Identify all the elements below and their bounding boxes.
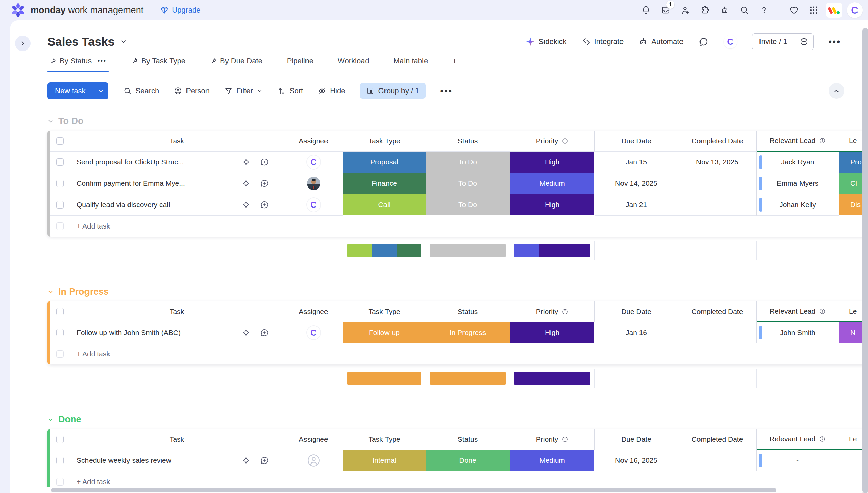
status-label[interactable]: To Do (426, 173, 510, 194)
automate-button[interactable]: Automate (638, 37, 683, 46)
add-task-row[interactable]: + Add task (50, 343, 868, 364)
add-task-label[interactable]: + Add task (70, 350, 110, 358)
add-update-bubble-icon[interactable] (260, 200, 269, 209)
column-header-priority[interactable]: Priority (510, 301, 595, 322)
due-date-cell[interactable]: Jan 15 (595, 152, 678, 173)
column-header-priority[interactable]: Priority (510, 131, 595, 152)
row-checkbox[interactable] (56, 180, 64, 187)
assignee-avatar-empty[interactable] (307, 454, 320, 467)
assignee-avatar-c[interactable]: C (307, 198, 320, 212)
info-icon[interactable] (561, 436, 568, 443)
sidekick-button[interactable]: Sidekick (525, 37, 567, 47)
column-header-due-date[interactable]: Due Date (595, 301, 678, 322)
group-title[interactable]: In Progress (47, 287, 868, 297)
status-label[interactable]: Done (426, 450, 510, 471)
board-title[interactable]: Sales Tasks (47, 35, 127, 48)
row-checkbox[interactable] (56, 457, 64, 464)
status-label[interactable]: To Do (426, 194, 510, 216)
priority-label[interactable]: High (510, 194, 595, 216)
board-menu-button[interactable]: ••• (829, 40, 841, 43)
group-by-button[interactable]: Group by / 1 (360, 83, 425, 99)
column-header-task[interactable]: Task (70, 301, 284, 322)
board-chat-button[interactable] (698, 37, 709, 47)
column-header-task-type[interactable]: Task Type (343, 131, 426, 152)
completed-date-cell[interactable] (678, 322, 757, 343)
ai-sparkle-icon[interactable] (242, 179, 251, 188)
completed-date-cell[interactable] (678, 194, 757, 216)
priority-label[interactable]: High (510, 322, 595, 343)
column-header-status[interactable]: Status (426, 429, 510, 450)
priority-label[interactable]: Medium (510, 173, 595, 194)
copy-board-link-button[interactable] (794, 34, 813, 50)
search-button[interactable]: Search (123, 86, 159, 95)
chevron-down-icon[interactable] (47, 417, 54, 423)
person-filter-button[interactable]: Person (174, 86, 210, 95)
priority-label[interactable]: Medium (510, 450, 595, 471)
add-task-row[interactable]: + Add task (50, 216, 868, 237)
task-name[interactable]: Schedule weekly sales review (70, 450, 226, 471)
select-all-checkbox[interactable] (56, 137, 64, 145)
tab-by-status[interactable]: By Status ••• (47, 57, 109, 72)
select-all-checkbox[interactable] (56, 308, 64, 315)
due-date-cell[interactable]: Nov 14, 2025 (595, 173, 678, 194)
vibe-heart-icon[interactable] (787, 3, 802, 18)
column-header-status[interactable]: Status (426, 301, 510, 322)
info-icon[interactable] (819, 137, 826, 144)
task-name[interactable]: Follow up with John Smith (ABC) (70, 322, 226, 343)
task-name[interactable]: Confirm payment for Emma Mye... (70, 173, 226, 194)
ai-sparkle-icon[interactable] (242, 158, 251, 166)
task-type-label[interactable]: Follow-up (343, 322, 426, 343)
integrate-button[interactable]: Integrate (581, 37, 624, 46)
collapse-toolbar-button[interactable] (829, 83, 844, 99)
add-update-bubble-icon[interactable] (260, 158, 269, 166)
relevant-lead-cell[interactable]: Emma Myers (757, 173, 839, 194)
column-header-relevant-lead[interactable]: Relevant Lead (757, 429, 839, 450)
help-icon[interactable] (756, 3, 771, 18)
assignee-avatar-photo[interactable] (307, 177, 320, 190)
column-header-assignee[interactable]: Assignee (284, 131, 343, 152)
completed-date-cell[interactable] (678, 173, 757, 194)
monday-brand[interactable]: monday work management (10, 2, 143, 18)
task-type-label[interactable]: Finance (343, 173, 426, 194)
toolbar-menu-button[interactable]: ••• (440, 89, 453, 93)
column-header-task-type[interactable]: Task Type (343, 301, 426, 322)
add-update-bubble-icon[interactable] (260, 456, 269, 465)
assignee-avatar-c[interactable]: C (307, 326, 320, 339)
task-type-label[interactable]: Internal (343, 450, 426, 471)
column-header-relevant-lead[interactable]: Relevant Lead (757, 131, 839, 152)
column-header-status[interactable]: Status (426, 131, 510, 152)
chevron-down-icon[interactable] (47, 118, 54, 124)
column-header-task[interactable]: Task (70, 131, 284, 152)
column-header-task-type[interactable]: Task Type (343, 429, 426, 450)
column-header-due-date[interactable]: Due Date (595, 429, 678, 450)
tab-by-due-date[interactable]: By Due Date (208, 57, 264, 72)
invite-members-icon[interactable] (678, 3, 693, 18)
due-date-cell[interactable]: Jan 16 (595, 322, 678, 343)
column-header-completed-date[interactable]: Completed Date (678, 301, 757, 322)
sort-button[interactable]: Sort (278, 86, 303, 95)
task-name[interactable]: Send proposal for ClickUp Struc... (70, 152, 226, 173)
invite-button[interactable]: Invite / 1 (752, 34, 794, 50)
column-header-priority[interactable]: Priority (510, 429, 595, 450)
search-icon[interactable] (737, 3, 752, 18)
add-task-label[interactable]: + Add task (70, 222, 110, 230)
new-task-dropdown[interactable] (93, 82, 108, 99)
priority-label[interactable]: High (510, 152, 595, 173)
chevron-down-icon[interactable] (257, 88, 263, 94)
status-label[interactable]: To Do (426, 152, 510, 173)
column-header-completed-date[interactable]: Completed Date (678, 429, 757, 450)
group-name[interactable]: In Progress (58, 287, 109, 297)
chevron-down-icon[interactable] (47, 289, 54, 295)
apps-marketplace-icon[interactable] (697, 3, 712, 18)
column-header-assignee[interactable]: Assignee (284, 429, 343, 450)
ai-sparkle-icon[interactable] (242, 328, 251, 337)
inbox-icon[interactable]: 1 (658, 3, 673, 18)
column-header-due-date[interactable]: Due Date (595, 131, 678, 152)
add-update-bubble-icon[interactable] (260, 328, 269, 337)
column-header-task[interactable]: Task (70, 429, 284, 450)
add-task-label[interactable]: + Add task (70, 478, 110, 486)
group-title[interactable]: Done (47, 414, 868, 425)
tab-by-task-type[interactable]: By Task Type (129, 57, 188, 72)
relevant-lead-cell[interactable]: Johan Kelly (757, 194, 839, 216)
status-label[interactable]: In Progress (426, 322, 510, 343)
